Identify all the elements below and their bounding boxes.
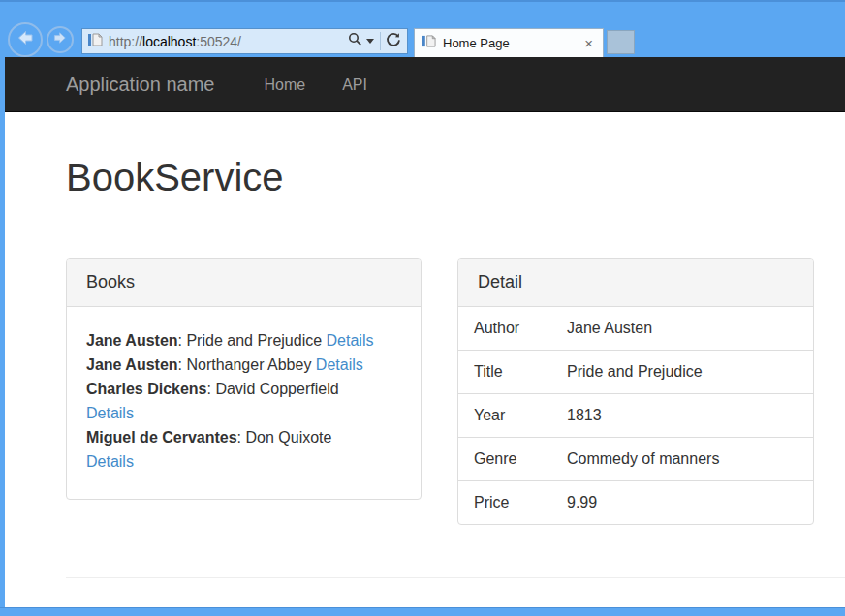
- refresh-icon[interactable]: [386, 32, 401, 51]
- book-title: : Don Quixote: [237, 429, 332, 446]
- book-title: : David Copperfield: [207, 381, 339, 397]
- book-author: Miguel de Cervantes: [86, 429, 237, 446]
- book-details-link[interactable]: Details: [316, 356, 363, 373]
- browser-window: http://localhost:50524/: [0, 0, 845, 616]
- url-host: localhost: [142, 34, 196, 49]
- detail-label: Genre: [458, 438, 567, 481]
- books-panel: Books Jane Austen: Pride and Prejudice D…: [66, 258, 422, 500]
- forward-arrow-icon: [52, 30, 68, 49]
- detail-row: TitlePride and Prejudice: [458, 351, 813, 394]
- book-title: : Northanger Abbey: [178, 356, 316, 373]
- page-viewport: Application name Home API BookService Bo…: [5, 57, 845, 607]
- book-item: Miguel de Cervantes: Don QuixoteDetails: [86, 425, 401, 474]
- detail-label: Author: [458, 307, 567, 351]
- detail-label: Year: [458, 394, 567, 438]
- page-icon: [88, 32, 103, 51]
- book-item: Jane Austen: Pride and Prejudice Details: [86, 328, 401, 353]
- book-details-link[interactable]: Details: [86, 405, 134, 421]
- detail-row: GenreCommedy of manners: [458, 438, 813, 481]
- title-divider: [66, 231, 845, 231]
- browser-chrome: http://localhost:50524/: [0, 0, 845, 57]
- window-bottom-frame: [0, 607, 845, 616]
- new-tab-button[interactable]: [607, 30, 635, 54]
- address-bar-tools: [348, 32, 401, 51]
- footer-divider: [66, 577, 845, 578]
- navbar-brand[interactable]: Application name: [66, 74, 214, 96]
- detail-value: Commedy of manners: [567, 438, 813, 481]
- detail-table-body: AuthorJane AustenTitlePride and Prejudic…: [458, 307, 813, 524]
- url-text[interactable]: http://localhost:50524/: [109, 34, 348, 49]
- book-details-link[interactable]: Details: [327, 332, 374, 349]
- tab-close-icon[interactable]: ×: [582, 36, 595, 50]
- back-button[interactable]: [8, 22, 43, 57]
- books-list: Jane Austen: Pride and Prejudice Details…: [67, 307, 421, 495]
- detail-value: 9.99: [567, 481, 813, 525]
- detail-row: Price9.99: [458, 481, 813, 525]
- page-content: BookService Books Jane Austen: Pride and…: [66, 156, 845, 578]
- detail-label: Price: [458, 481, 567, 525]
- detail-value: Jane Austen: [567, 307, 813, 351]
- tab-title: Home Page: [443, 36, 582, 50]
- detail-value: 1813: [567, 394, 813, 438]
- page-title: BookService: [66, 156, 845, 199]
- book-title: : Pride and Prejudice: [178, 332, 327, 349]
- detail-panel-heading: Detail: [458, 259, 813, 307]
- browser-tab[interactable]: Home Page ×: [414, 28, 604, 57]
- book-author: Charles Dickens: [86, 381, 207, 397]
- book-item: Jane Austen: Northanger Abbey Details: [86, 353, 401, 377]
- navbar: Application name Home API: [5, 57, 845, 112]
- detail-row: Year1813: [458, 394, 813, 438]
- address-bar[interactable]: http://localhost:50524/: [81, 28, 408, 54]
- detail-row: AuthorJane Austen: [458, 307, 813, 351]
- book-details-link[interactable]: Details: [86, 453, 134, 470]
- detail-value: Pride and Prejudice: [567, 351, 813, 394]
- detail-panel: Detail AuthorJane AustenTitlePride and P…: [457, 258, 814, 525]
- book-item: Charles Dickens: David CopperfieldDetail…: [86, 377, 401, 425]
- search-icon[interactable]: [348, 32, 362, 50]
- tab-page-icon: [422, 34, 436, 52]
- detail-table: AuthorJane AustenTitlePride and Prejudic…: [458, 307, 813, 524]
- book-author: Jane Austen: [86, 332, 178, 349]
- nav-link-api[interactable]: API: [324, 57, 386, 112]
- search-dropdown-caret-icon[interactable]: [366, 39, 374, 44]
- forward-button[interactable]: [47, 26, 74, 53]
- books-panel-heading: Books: [67, 259, 421, 307]
- panels-row: Books Jane Austen: Pride and Prejudice D…: [66, 258, 845, 525]
- back-arrow-icon: [16, 28, 35, 51]
- detail-label: Title: [458, 351, 567, 394]
- nav-link-home[interactable]: Home: [245, 57, 324, 112]
- url-path: :50524/: [196, 34, 241, 49]
- url-scheme: http://: [109, 34, 142, 49]
- book-author: Jane Austen: [86, 356, 178, 373]
- address-bar-divider: [380, 32, 381, 50]
